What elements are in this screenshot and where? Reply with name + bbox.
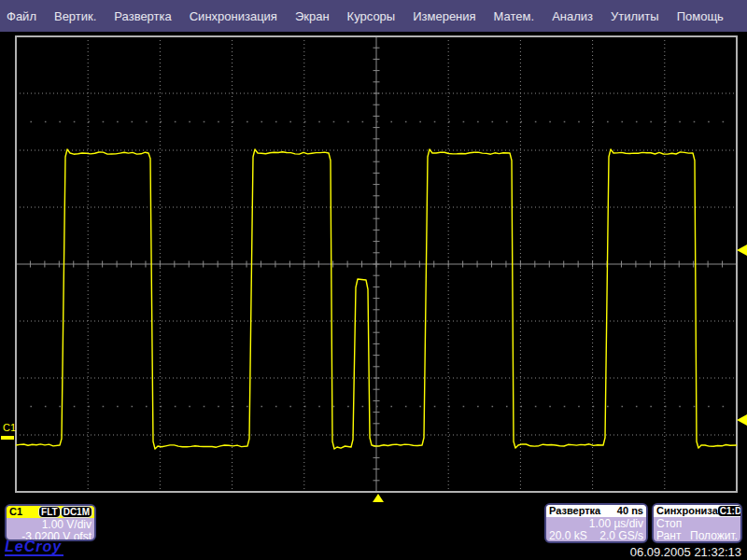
trigger-descriptor-box[interactable]: Синхрониза C1:DC Стоп Рант Положит.: [652, 503, 742, 543]
channel-c1-level-label: C1: [3, 422, 16, 433]
timebase-samples: 20.0 kS: [549, 530, 587, 542]
lecroy-logo: LeCroy: [5, 539, 63, 556]
datetime-display: 06.09.2005 21:32:13: [630, 545, 741, 559]
trigger-level-upper-marker[interactable]: [737, 245, 747, 256]
channel-c1-header: C1 FLT DC1M: [7, 506, 94, 518]
oscilloscope-screen: ФайлВертик.РазверткаСинхронизацияЭкранКу…: [0, 0, 747, 560]
trigger-slope: Положит.: [690, 530, 738, 542]
graticule: [16, 36, 737, 492]
waveform-display: C1: [0, 0, 747, 560]
timebase-descriptor-box[interactable]: Развертка 40 ns 1.00 µs/div 20.0 kS 2.0 …: [544, 503, 648, 543]
trigger-title: Синхрониза: [656, 505, 718, 517]
trigger-time-marker[interactable]: [373, 494, 384, 502]
trigger-level-lower-marker[interactable]: [737, 414, 747, 426]
timebase-header: Развертка 40 ns: [546, 505, 646, 517]
timebase-delay: 40 ns: [617, 505, 643, 517]
channel-filter-badge: FLT: [39, 507, 60, 517]
channel-coupling-badge: DC1M: [62, 507, 92, 517]
channel-c1-label: C1: [9, 506, 22, 518]
trigger-header: Синхрониза C1:DC: [654, 505, 740, 517]
channel-c1-zero-marker[interactable]: [1, 436, 14, 440]
trigger-type: Рант: [656, 530, 681, 542]
channel-c1-descriptor-box[interactable]: C1 FLT DC1M 1.00 V/div -3.0200 V ofst: [5, 504, 96, 541]
timebase-title: Развертка: [549, 505, 600, 517]
trigger-source-badge: C1:DC: [718, 506, 742, 516]
timebase-sample-rate: 2.0 GS/s: [599, 530, 643, 542]
